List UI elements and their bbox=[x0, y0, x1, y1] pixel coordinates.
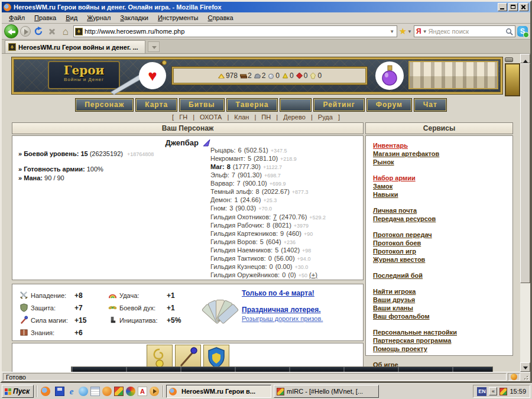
search-input[interactable] bbox=[429, 28, 504, 35]
service-quest-journal[interactable]: Журнал квестов bbox=[373, 255, 512, 264]
service-market[interactable]: Рынок bbox=[373, 158, 512, 166]
service-transfer-log[interactable]: Протокол передач bbox=[373, 231, 512, 239]
service-resource-transfer[interactable]: Передача ресурсов bbox=[373, 215, 512, 223]
tab-list-button[interactable] bbox=[148, 41, 160, 52]
windows-logo-icon bbox=[5, 388, 11, 395]
guild-levels-list: Гильдия Охотников:7(2470.76)+529.2 Гильд… bbox=[210, 213, 326, 280]
service-inventory[interactable]: Инвентарь bbox=[373, 141, 512, 150]
scroll-down-button[interactable] bbox=[520, 362, 530, 372]
reload-button[interactable] bbox=[33, 25, 44, 37]
minimize-button[interactable] bbox=[498, 3, 507, 11]
lottery-title-link[interactable]: Праздничная лотерея. bbox=[242, 306, 360, 314]
scroll-up-button[interactable] bbox=[520, 54, 530, 63]
quicklaunch-messenger-icon[interactable] bbox=[102, 387, 112, 396]
vertical-scrollbar bbox=[520, 54, 530, 372]
subnav-pn[interactable]: ПН bbox=[261, 113, 271, 121]
menu-history[interactable]: Журнал bbox=[82, 13, 115, 22]
nav-blank[interactable] bbox=[280, 99, 311, 111]
lottery-prizes-link[interactable]: Розыгрыш дорогих призов. bbox=[242, 315, 360, 322]
subnav-ore[interactable]: Руда bbox=[318, 113, 333, 121]
character-header: Ваш Персонаж bbox=[12, 122, 364, 134]
faction-icon bbox=[203, 139, 210, 147]
menu-help[interactable]: Справка bbox=[203, 13, 238, 22]
service-friends[interactable]: Ваши друзья bbox=[373, 296, 512, 304]
service-mail[interactable]: Личная почта bbox=[373, 206, 512, 215]
service-skills[interactable]: Навыки bbox=[373, 190, 512, 199]
service-find-player[interactable]: Найти игрока bbox=[373, 287, 512, 296]
resize-grip[interactable] bbox=[521, 373, 529, 381]
nav-battles[interactable]: Битвы bbox=[180, 99, 224, 111]
task-heroeswm[interactable]: HeroesWM.ru Герои в... bbox=[166, 385, 271, 398]
quicklaunch-globe-icon[interactable] bbox=[79, 387, 88, 396]
start-button[interactable]: Пуск bbox=[2, 385, 34, 398]
stop-button[interactable] bbox=[46, 25, 58, 37]
lottery-tickets-image[interactable] bbox=[203, 291, 237, 322]
subnav-tree[interactable]: Дерево bbox=[283, 113, 306, 121]
status-notification-pane[interactable] bbox=[508, 373, 520, 381]
subnav-gn[interactable]: ГН bbox=[179, 113, 187, 121]
quicklaunch-acrobat-icon[interactable]: A bbox=[138, 387, 147, 396]
service-recruit-army[interactable]: Набор армии bbox=[373, 174, 512, 182]
menu-bookmarks[interactable]: Закладки bbox=[115, 13, 153, 22]
title-bar: HeroesWM.ru Герои войны и денег. Онлайн … bbox=[2, 2, 530, 12]
menu-edit[interactable]: Правка bbox=[30, 13, 61, 22]
tray-mirc-icon[interactable] bbox=[499, 388, 507, 395]
lottery-deadline-link[interactable]: Только по 4-е марта! bbox=[242, 289, 360, 297]
language-indicator[interactable]: EN bbox=[477, 387, 486, 396]
scrollbar-thumb[interactable] bbox=[520, 63, 530, 283]
tab-heroeswm[interactable]: HeroesWM.ru Герои войны и денег. ... bbox=[5, 40, 145, 53]
forward-button[interactable] bbox=[20, 26, 31, 37]
skype-icon[interactable]: S bbox=[517, 26, 528, 37]
close-button[interactable] bbox=[519, 3, 528, 11]
nav-map[interactable]: Карта bbox=[136, 99, 177, 111]
service-artifact-shop[interactable]: Магазин артефактов bbox=[373, 150, 512, 158]
service-last-battle[interactable]: Последний бой bbox=[373, 271, 512, 280]
subnav-separator: | bbox=[193, 113, 194, 121]
enchanters-expand-link[interactable]: (+) bbox=[309, 271, 317, 278]
quicklaunch-mirc-icon[interactable] bbox=[114, 387, 124, 396]
subnav-clan[interactable]: Клан bbox=[234, 113, 249, 121]
nav-rating[interactable]: Рейтинг bbox=[314, 99, 364, 111]
search-engine-dropdown-icon[interactable]: ▼ bbox=[423, 29, 427, 34]
quicklaunch-notepad-icon[interactable] bbox=[90, 387, 100, 396]
status-text: Готово bbox=[3, 373, 507, 381]
quicklaunch-firefox-icon[interactable] bbox=[41, 387, 50, 396]
service-partner-program[interactable]: Партнерская программа bbox=[373, 336, 512, 345]
service-castle[interactable]: Замок bbox=[373, 182, 512, 190]
service-combat-log[interactable]: Протокол боев bbox=[373, 239, 512, 247]
yandex-icon[interactable]: Я bbox=[416, 27, 421, 35]
bottom-ad-banner[interactable] bbox=[71, 366, 493, 372]
back-button[interactable] bbox=[4, 24, 18, 38]
menu-tools[interactable]: Инструменты bbox=[153, 13, 203, 22]
nav-chat[interactable]: Чат bbox=[414, 99, 446, 111]
menu-view[interactable]: Вид bbox=[61, 13, 82, 22]
luck-row: Удача: +1 bbox=[108, 289, 181, 301]
service-help-project[interactable]: Помощь проекту bbox=[373, 345, 512, 353]
morale-icon bbox=[108, 303, 117, 312]
service-clans[interactable]: Ваши кланы bbox=[373, 304, 512, 312]
home-button[interactable]: ⌂ bbox=[60, 25, 72, 37]
service-personal-settings[interactable]: Персональные настройки bbox=[373, 328, 512, 336]
nav-forum[interactable]: Форум bbox=[367, 99, 411, 111]
service-photo-album[interactable]: Ваш фотоальбом bbox=[373, 312, 512, 320]
quicklaunch-browser-icon[interactable] bbox=[126, 387, 135, 396]
restore-button[interactable] bbox=[508, 3, 518, 11]
quicklaunch-player-icon[interactable] bbox=[150, 387, 159, 396]
hunters-guild-level-link[interactable]: 7 bbox=[273, 213, 277, 220]
quicklaunch-floppy-icon[interactable] bbox=[55, 387, 64, 396]
combat-level-label: Боевой уровень: bbox=[24, 150, 79, 157]
service-game-log[interactable]: Протокол игр bbox=[373, 247, 512, 255]
subnav-hunt[interactable]: ОХОТА bbox=[200, 113, 222, 121]
nav-character[interactable]: Персонаж bbox=[76, 99, 133, 111]
nav-tavern[interactable]: Таверна bbox=[227, 99, 278, 111]
task-mirc[interactable]: mIRC - [#Hello (MVnet, [... bbox=[274, 385, 379, 398]
magnifier-icon[interactable] bbox=[505, 28, 513, 35]
bookmark-star-button[interactable]: ★▼ bbox=[399, 26, 412, 37]
tab-favicon bbox=[8, 43, 16, 51]
tray-collapse-button[interactable]: « bbox=[489, 387, 497, 395]
menu-file[interactable]: Файл bbox=[4, 13, 30, 22]
url-input[interactable] bbox=[85, 28, 387, 35]
url-dropdown-icon[interactable]: ▼ bbox=[389, 29, 395, 34]
quicklaunch-ie-icon[interactable]: e bbox=[67, 387, 76, 396]
character-name[interactable]: Джепбар bbox=[165, 138, 199, 147]
